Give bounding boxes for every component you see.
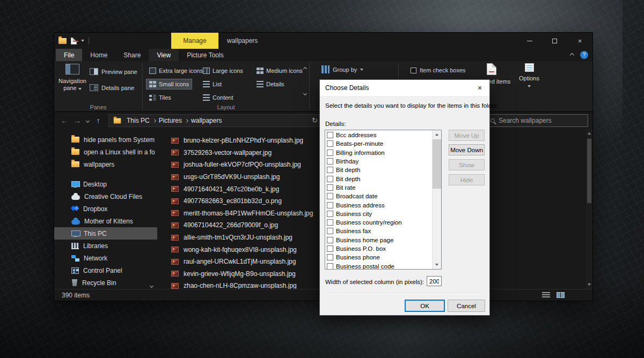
item-check-boxes-label: Item check boxes xyxy=(420,67,466,73)
folder-icon[interactable] xyxy=(58,38,67,44)
close-button[interactable]: × xyxy=(567,33,592,49)
collapse-ribbon-icon[interactable] xyxy=(570,53,574,57)
sidebar-item-desktop[interactable]: Desktop xyxy=(54,178,157,190)
manage-context-tab[interactable]: Manage xyxy=(171,33,218,49)
hide-button[interactable]: Hide xyxy=(449,174,485,185)
options-button[interactable]: Options xyxy=(515,63,544,89)
search-box[interactable] xyxy=(486,114,588,127)
location-folder-icon xyxy=(114,118,121,123)
show-button[interactable]: Show xyxy=(449,159,485,170)
details-pane-button[interactable]: Details pane xyxy=(90,84,134,91)
search-input[interactable] xyxy=(499,117,574,124)
sidebar-item-this-pc[interactable]: This PC xyxy=(54,227,157,240)
scroll-up-icon[interactable] xyxy=(435,133,438,136)
breadcrumb-wallpapers[interactable]: wallpapers xyxy=(189,117,224,124)
back-button[interactable]: ← xyxy=(58,116,70,125)
detail-option-bit-depth[interactable]: Bit depth xyxy=(325,174,432,183)
image-file-icon xyxy=(171,186,179,192)
view-option-details[interactable]: Details xyxy=(253,79,288,89)
detail-option-billing-information[interactable]: Billing information xyxy=(325,148,432,157)
help-icon[interactable]: ? xyxy=(580,51,588,59)
scroll-up-icon[interactable] xyxy=(588,132,591,135)
detail-option-birthday[interactable]: Birthday xyxy=(325,157,432,166)
detail-option-business-home-page[interactable]: Business home page xyxy=(325,236,432,244)
refresh-icon[interactable]: ↻ xyxy=(312,116,318,124)
maximize-button[interactable] xyxy=(542,33,567,49)
group-by-label: Group by xyxy=(333,66,357,73)
view-option-extra-large-icons[interactable]: Extra large icons xyxy=(146,65,206,76)
ribbon-tab-file[interactable]: File xyxy=(56,49,82,61)
ribbon-tab-view[interactable]: View xyxy=(149,49,179,61)
details-label: Details: xyxy=(325,121,346,127)
up-button[interactable]: ↑ xyxy=(92,116,104,125)
recent-locations-icon[interactable] xyxy=(86,118,90,122)
detail-option-bcc-addresses[interactable]: Bcc addresses xyxy=(325,131,432,139)
move-up-button[interactable]: Move Up xyxy=(449,130,485,141)
scrollbar-thumb[interactable] xyxy=(587,139,591,203)
listbox-scrollbar[interactable] xyxy=(432,130,441,269)
checkbox-icon xyxy=(327,140,333,147)
cancel-button[interactable]: Cancel xyxy=(448,300,485,312)
layout-group-label: Layout xyxy=(143,104,309,110)
column-width-input[interactable] xyxy=(427,276,442,286)
scrollbar-thumb[interactable] xyxy=(433,139,441,189)
detail-option-business-city[interactable]: Business city xyxy=(325,210,432,218)
breadcrumb-this-pc[interactable]: This PC xyxy=(125,117,152,124)
detail-option-business-postal-code[interactable]: Business postal code xyxy=(325,262,432,270)
detail-option-business-phone[interactable]: Business phone xyxy=(325,253,432,262)
view-option-list[interactable]: List xyxy=(200,79,225,89)
detail-option-business-address[interactable]: Business address xyxy=(325,200,432,209)
sidebar-item-open-a-linux-shell-in-a-fo[interactable]: open a Linux shell in a fo xyxy=(54,146,157,158)
item-check-boxes-checkbox[interactable]: Item check boxes xyxy=(411,67,466,73)
ribbon-tab-picture-tools[interactable]: Picture Tools xyxy=(179,49,231,61)
view-option-content[interactable]: Content xyxy=(200,92,237,103)
breadcrumb-pictures[interactable]: Pictures xyxy=(157,117,184,124)
detail-option-business-country-region[interactable]: Business country/region xyxy=(325,218,432,227)
detail-option-beats-per-minute[interactable]: Beats-per-minute xyxy=(325,139,432,148)
dialog-close-button[interactable]: × xyxy=(470,80,489,96)
checkbox-icon xyxy=(327,150,333,156)
details-view-icon[interactable] xyxy=(542,292,550,298)
detail-option-broadcast-date[interactable]: Broadcast date xyxy=(325,192,432,200)
detail-option-bit-depth[interactable]: Bit depth xyxy=(325,166,432,174)
sidebar-item-creative-cloud-files[interactable]: Creative Cloud Files xyxy=(54,190,157,203)
scroll-down-icon[interactable] xyxy=(435,264,438,266)
layout-scroll-down-icon[interactable] xyxy=(303,92,307,95)
preview-pane-button[interactable]: Preview pane xyxy=(90,68,137,75)
view-option-medium-icons[interactable]: Medium icons xyxy=(253,65,306,76)
move-down-button[interactable]: Move Down xyxy=(449,144,485,155)
image-file-icon xyxy=(171,174,179,180)
group-by-button[interactable]: Group by xyxy=(321,65,363,73)
sidebar-item-mother-of-kittens[interactable]: Mother of Kittens xyxy=(54,215,157,227)
details-listbox[interactable]: Bcc addressesBeats-per-minuteBilling inf… xyxy=(325,130,442,270)
sidebar-item-recycle-bin[interactable]: Recycle Bin xyxy=(54,277,157,289)
sidebar-item-network[interactable]: Network xyxy=(54,252,157,264)
sidebar-item-libraries[interactable]: Libraries xyxy=(54,240,157,252)
detail-option-bit-rate[interactable]: Bit rate xyxy=(325,183,432,192)
sidebar-item-dropbox[interactable]: Dropbox xyxy=(54,203,157,215)
title-bar: Manage wallpapers × xyxy=(54,33,592,49)
vertical-scrollbar[interactable] xyxy=(586,129,592,289)
navigation-pane-button[interactable]: Navigation pane xyxy=(57,64,87,92)
image-file-icon xyxy=(171,235,179,241)
image-file-icon xyxy=(171,247,179,252)
sidebar-item-hide-panels-from-system[interactable]: hide panels from System xyxy=(54,133,157,146)
sidebar-item-control-panel[interactable]: Control Panel xyxy=(54,264,157,277)
ribbon-tab-share[interactable]: Share xyxy=(115,49,149,61)
view-option-tiles[interactable]: Tiles xyxy=(146,92,174,103)
forward-button[interactable]: → xyxy=(71,116,83,125)
thumbnail-view-icon[interactable] xyxy=(557,292,565,298)
detail-option-business-p-o-box[interactable]: Business P.O. box xyxy=(325,244,432,253)
properties-icon[interactable] xyxy=(71,38,77,44)
detail-option-business-fax[interactable]: Business fax xyxy=(325,227,432,235)
sidebar-item-wallpapers[interactable]: wallpapers xyxy=(54,158,157,170)
checkbox-icon xyxy=(327,158,333,165)
minimize-button[interactable] xyxy=(517,33,542,49)
view-option-large-icons[interactable]: Large icons xyxy=(200,65,246,76)
minimize-icon xyxy=(527,41,532,41)
scroll-down-icon[interactable] xyxy=(588,284,591,286)
view-option-small-icons[interactable]: Small icons xyxy=(146,79,192,89)
quick-access-caret-icon[interactable] xyxy=(81,40,84,42)
ribbon-tab-home[interactable]: Home xyxy=(82,49,115,61)
ok-button[interactable]: OK xyxy=(405,300,445,312)
